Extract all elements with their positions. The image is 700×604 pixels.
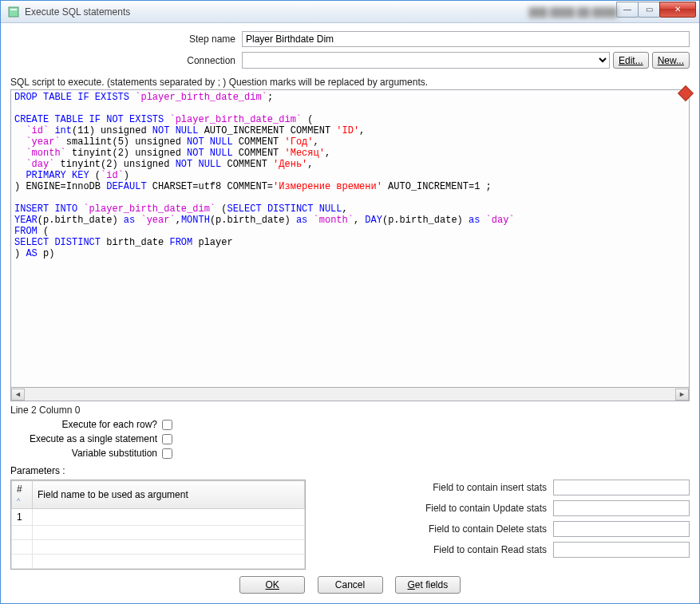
titlebar[interactable]: Execute SQL statements ███ ████ ██ ████ …: [1, 1, 699, 23]
svg-rect-0: [9, 7, 18, 17]
each-row-check-row: Execute for each row?: [10, 419, 690, 430]
edit-connection-button[interactable]: Edit...: [613, 52, 649, 69]
each-row-checkbox[interactable]: [162, 420, 172, 430]
sql-editor[interactable]: DROP TABLE IF EXISTS `player_birth_date_…: [10, 89, 690, 388]
maximize-button[interactable]: ▭: [638, 2, 660, 18]
dialog-window: Execute SQL statements ███ ████ ██ ████ …: [0, 0, 700, 604]
grid-col-num[interactable]: # ^: [12, 481, 33, 509]
connection-select[interactable]: [242, 52, 610, 69]
cancel-button[interactable]: Cancel: [318, 576, 383, 594]
window-controls: — ▭ ✕: [617, 2, 696, 18]
table-row[interactable]: [12, 555, 305, 569]
var-sub-label: Variable substitution: [10, 448, 162, 459]
connection-row: Connection Edit... New...: [10, 52, 690, 69]
content-area: Step name Connection Edit... New... SQL …: [1, 23, 699, 603]
table-row[interactable]: [12, 526, 305, 540]
app-icon: [7, 6, 20, 18]
button-bar: OK Cancel Get fields: [10, 570, 690, 597]
each-row-label: Execute for each row?: [10, 419, 162, 430]
stats-panel: Field to contain insert stats Field to c…: [330, 480, 690, 570]
update-stats-input[interactable]: [553, 500, 690, 516]
svg-rect-1: [10, 9, 17, 10]
minimize-button[interactable]: —: [616, 2, 639, 18]
step-name-row: Step name: [10, 31, 690, 47]
delete-stats-row: Field to contain Delete stats: [330, 521, 690, 537]
horizontal-scrollbar[interactable]: ◄ ►: [10, 388, 690, 401]
parameters-grid[interactable]: # ^ Field name to be used as argument 1: [10, 480, 306, 570]
close-button[interactable]: ✕: [659, 2, 696, 18]
delete-stats-label: Field to contain Delete stats: [330, 523, 553, 535]
script-label: SQL script to execute. (statements separ…: [10, 77, 690, 88]
row-num: 1: [12, 509, 33, 526]
single-stmt-checkbox[interactable]: [162, 434, 172, 444]
single-stmt-label: Execute as a single statement: [10, 433, 162, 444]
blurred-background: ███ ████ ██ ████: [529, 7, 617, 17]
new-connection-button[interactable]: New...: [652, 52, 690, 69]
var-sub-checkbox[interactable]: [162, 448, 172, 459]
get-fields-button[interactable]: Get fields: [395, 576, 461, 594]
read-stats-input[interactable]: [553, 542, 690, 558]
single-stmt-check-row: Execute as a single statement: [10, 433, 690, 444]
grid-col-field[interactable]: Field name to be used as argument: [33, 481, 305, 509]
row-field[interactable]: [33, 509, 305, 526]
delete-stats-input[interactable]: [553, 521, 690, 537]
update-stats-row: Field to contain Update stats: [330, 500, 690, 516]
lower-panel: # ^ Field name to be used as argument 1 …: [10, 480, 690, 570]
var-sub-check-row: Variable substitution: [10, 448, 690, 459]
ok-button[interactable]: OK: [239, 576, 305, 594]
insert-stats-input[interactable]: [553, 480, 690, 495]
step-name-input[interactable]: [242, 31, 690, 47]
read-stats-label: Field to contain Read stats: [330, 544, 553, 555]
insert-stats-label: Field to contain insert stats: [330, 482, 553, 493]
window-title: Execute SQL statements: [25, 6, 520, 18]
cursor-status: Line 2 Column 0: [10, 405, 690, 416]
connection-label: Connection: [10, 55, 242, 66]
insert-stats-row: Field to contain insert stats: [330, 480, 690, 495]
table-row[interactable]: [12, 540, 305, 555]
scroll-left-icon[interactable]: ◄: [11, 389, 25, 401]
read-stats-row: Field to contain Read stats: [330, 542, 690, 558]
parameters-label: Parameters :: [10, 465, 690, 476]
grid-header-row: # ^ Field name to be used as argument: [12, 481, 305, 509]
table-row[interactable]: 1: [12, 509, 305, 526]
update-stats-label: Field to contain Update stats: [330, 503, 553, 514]
step-name-label: Step name: [10, 34, 242, 45]
scroll-right-icon[interactable]: ►: [675, 389, 689, 401]
editor-wrap: DROP TABLE IF EXISTS `player_birth_date_…: [10, 89, 690, 401]
